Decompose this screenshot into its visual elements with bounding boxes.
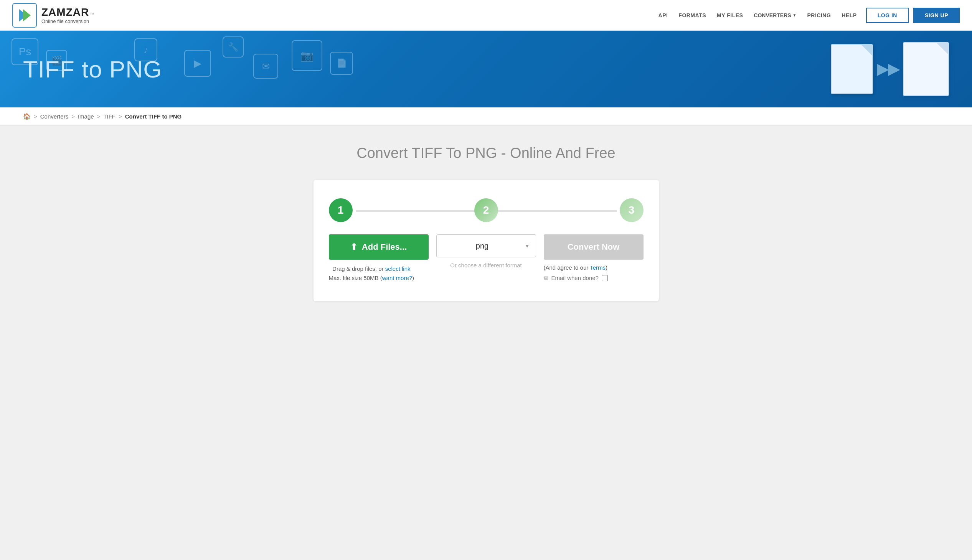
format-hint: Or choose a different format <box>450 262 521 268</box>
hero-title-to: PNG <box>109 56 162 82</box>
logo-icon <box>12 3 37 28</box>
select-link[interactable]: select link <box>385 265 411 272</box>
breadcrumb-tiff[interactable]: TIFF <box>103 113 115 120</box>
site-tagline: Online file conversion <box>42 18 94 24</box>
home-icon[interactable]: 🏠 <box>23 113 31 120</box>
logo-text: ZAMZAR ™ Online file conversion <box>42 6 94 24</box>
nav-converters[interactable]: CONVERTERS ▼ <box>754 12 796 18</box>
envelope-icon: ✉ <box>544 275 548 281</box>
deco-video-icon: ▶ <box>184 50 211 77</box>
deco-camera-icon: 📷 <box>292 40 322 71</box>
step-2-col: png jpg gif bmp pdf ▼ Or choose a differ… <box>436 234 536 268</box>
deco-mail-icon: ✉ <box>253 54 278 78</box>
site-name: ZAMZAR <box>42 6 89 18</box>
hero-title-from: TIFF <box>23 56 75 82</box>
nav-formats[interactable]: FORMATS <box>678 12 706 18</box>
agree-text: (And agree to our Terms) <box>544 264 608 271</box>
sep-4: > <box>119 113 122 120</box>
hero-title-connector: to <box>75 56 109 82</box>
navbar: ZAMZAR ™ Online file conversion API FORM… <box>0 0 972 31</box>
convert-arrow-icon: ▶▶ <box>877 61 899 77</box>
step-2-circle: 2 <box>474 198 498 222</box>
hero-banner: ♪ ▶ 🔧 ✉ 📷 📄 Ps 🎬 TIFF to PNG ▶▶ <box>0 31 972 107</box>
format-select[interactable]: png jpg gif bmp pdf <box>436 234 536 257</box>
nav-api[interactable]: API <box>658 12 668 18</box>
format-select-wrapper: png jpg gif bmp pdf ▼ <box>436 234 536 257</box>
add-files-hint: Drag & drop files, or select link Max. f… <box>329 264 414 283</box>
hero-file-icons: ▶▶ <box>831 42 949 96</box>
svg-marker-1 <box>23 9 31 22</box>
sep-1: > <box>34 113 37 120</box>
main-content: Convert TIFF To PNG - Online And Free 1 … <box>0 126 972 324</box>
page-title: Convert TIFF To PNG - Online And Free <box>8 145 964 162</box>
sep-2: > <box>71 113 75 120</box>
upload-icon: ⬆ <box>350 242 357 252</box>
want-more-link[interactable]: want more? <box>382 275 412 281</box>
add-files-button[interactable]: ⬆ Add Files... <box>329 234 429 260</box>
login-button[interactable]: LOG IN <box>866 8 909 23</box>
target-file-icon <box>903 42 949 96</box>
converter-card: 1 2 3 ⬆ Add Files... Drag & drop files, … <box>314 180 659 301</box>
trademark: ™ <box>90 12 94 17</box>
step-1-circle: 1 <box>329 198 352 222</box>
source-file-icon <box>831 44 873 94</box>
terms-link[interactable]: Terms <box>590 264 606 271</box>
deco-doc-icon: 📄 <box>330 52 353 75</box>
breadcrumb-image[interactable]: Image <box>78 113 94 120</box>
nav-myfiles[interactable]: MY FILES <box>717 12 743 18</box>
logo-link[interactable]: ZAMZAR ™ Online file conversion <box>12 3 94 28</box>
breadcrumb-converters[interactable]: Converters <box>40 113 68 120</box>
signup-button[interactable]: SIGN UP <box>913 8 960 23</box>
nav-pricing[interactable]: PRICING <box>807 12 831 18</box>
step-3-circle: 3 <box>620 198 643 222</box>
breadcrumb: 🏠 > Converters > Image > TIFF > Convert … <box>0 107 972 126</box>
converters-caret-icon: ▼ <box>793 13 797 17</box>
step-1-col: ⬆ Add Files... Drag & drop files, or sel… <box>329 234 429 283</box>
step-3-col: Convert Now (And agree to our Terms) ✉ E… <box>544 234 643 281</box>
email-row: ✉ Email when done? <box>544 275 608 281</box>
convert-now-button[interactable]: Convert Now <box>544 234 643 260</box>
steps-row: 1 2 3 <box>329 198 643 222</box>
email-checkbox[interactable] <box>602 275 608 281</box>
hero-title: TIFF to PNG <box>23 56 162 83</box>
sep-3: > <box>97 113 100 120</box>
actions-row: ⬆ Add Files... Drag & drop files, or sel… <box>329 234 643 283</box>
deco-wrench-icon: 🔧 <box>222 37 244 58</box>
nav-help[interactable]: HELP <box>842 12 857 18</box>
breadcrumb-current: Convert TIFF to PNG <box>125 113 182 120</box>
nav-links: API FORMATS MY FILES CONVERTERS ▼ PRICIN… <box>658 12 857 18</box>
nav-buttons: LOG IN SIGN UP <box>866 8 960 23</box>
